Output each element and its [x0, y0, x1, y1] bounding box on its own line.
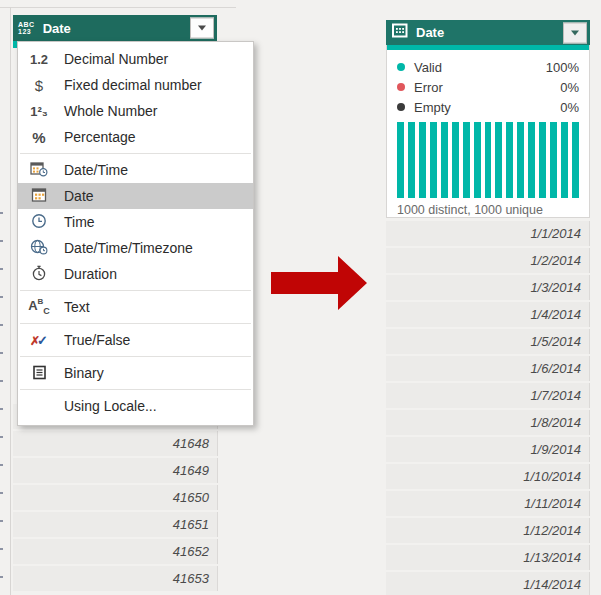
distribution-bar[interactable] — [397, 122, 404, 198]
menu-item-whole-number[interactable]: 1²₃ Whole Number — [18, 98, 253, 124]
menu-item-time[interactable]: Time — [18, 209, 253, 235]
right-column-header[interactable]: Date — [386, 20, 590, 45]
quality-valid-row: Valid 100% — [397, 57, 579, 77]
distribution-bar[interactable] — [539, 122, 546, 198]
quality-error-row: Error 0% — [397, 77, 579, 97]
menu-item-binary[interactable]: Binary — [18, 360, 253, 386]
table-row[interactable]: 1/11/2014 — [386, 491, 590, 516]
empty-value: 0% — [560, 100, 579, 115]
table-row[interactable]: 41650 — [13, 485, 218, 510]
column-title: Date — [416, 25, 444, 40]
menu-item-datetime[interactable]: Date/Time — [18, 157, 253, 183]
valid-label: Valid — [414, 60, 442, 75]
distribution-bar[interactable] — [441, 122, 448, 198]
grid-left-border — [10, 7, 11, 595]
menu-separator — [20, 389, 251, 390]
distribution-bar[interactable] — [561, 122, 568, 198]
menu-item-datetimezone[interactable]: Date/Time/Timezone — [18, 235, 253, 261]
column-quality-panel: Valid 100% Error 0% Empty 0% 1000 distin… — [386, 45, 590, 218]
table-row[interactable]: 1/14/2014 — [386, 572, 590, 595]
column-filter-button[interactable] — [563, 22, 587, 43]
time-icon — [26, 213, 52, 231]
distribution-bar[interactable] — [550, 122, 557, 198]
valid-value: 100% — [546, 60, 579, 75]
error-dot-icon — [397, 83, 405, 91]
table-row[interactable]: 1/13/2014 — [386, 545, 590, 570]
distinct-unique-text: 1000 distinct, 1000 unique — [397, 203, 579, 217]
menu-item-duration[interactable]: Duration — [18, 261, 253, 287]
table-row[interactable]: 1/4/2014 — [386, 302, 590, 327]
duration-icon — [26, 265, 52, 283]
distribution-bar[interactable] — [430, 122, 437, 198]
table-row[interactable]: 41652 — [13, 539, 218, 564]
abc-123-icon: ABC 123 — [18, 21, 35, 35]
table-row[interactable]: 41649 — [13, 458, 218, 483]
table-row[interactable]: 1/3/2014 — [386, 275, 590, 300]
table-row[interactable]: 41653 — [13, 566, 218, 591]
table-row[interactable]: 1/9/2014 — [386, 437, 590, 462]
error-value: 0% — [560, 80, 579, 95]
distribution-bar[interactable] — [506, 122, 513, 198]
distribution-bar[interactable] — [485, 122, 492, 198]
distribution-bar[interactable] — [495, 122, 502, 198]
decimal-number-icon: 1.2 — [26, 53, 52, 66]
distribution-bar[interactable] — [452, 122, 459, 198]
value-distribution-bars — [397, 122, 579, 198]
dropdown-arrow-icon — [571, 30, 579, 35]
quality-empty-row: Empty 0% — [397, 97, 579, 117]
menu-item-percentage[interactable]: % Percentage — [18, 124, 253, 150]
timezone-icon — [26, 239, 52, 257]
valid-dot-icon — [397, 63, 405, 71]
grid-top-border — [0, 7, 236, 8]
left-column-header[interactable]: ABC 123 Date — [13, 15, 217, 41]
menu-separator — [20, 153, 251, 154]
empty-label: Empty — [414, 100, 451, 115]
datetime-icon — [26, 161, 52, 179]
distribution-bar[interactable] — [463, 122, 470, 198]
table-row[interactable]: 1/1/2014 — [386, 221, 590, 246]
table-row[interactable]: 41651 — [13, 512, 218, 537]
menu-separator — [20, 323, 251, 324]
whole-number-icon: 1²₃ — [26, 105, 52, 118]
date-icon — [26, 187, 52, 205]
error-label: Error — [414, 80, 443, 95]
transform-arrow — [271, 255, 368, 315]
distribution-bar[interactable] — [419, 122, 426, 198]
true-false-icon: ✗✓ — [26, 333, 52, 347]
table-row[interactable]: 1/6/2014 — [386, 356, 590, 381]
distribution-bar[interactable] — [408, 122, 415, 198]
table-row[interactable]: 1/10/2014 — [386, 464, 590, 489]
column-title: Date — [43, 21, 71, 36]
power-query-editor: ABC 123 Date 416474164841649416504165141… — [0, 0, 601, 595]
table-row[interactable]: 41648 — [13, 431, 218, 456]
menu-separator — [20, 356, 251, 357]
right-column-rows: 1/1/20141/2/20141/3/20141/4/20141/5/2014… — [386, 221, 590, 595]
menu-item-text[interactable]: ABC Text — [18, 294, 253, 320]
distribution-bar[interactable] — [474, 122, 481, 198]
menu-item-truefalse[interactable]: ✗✓ True/False — [18, 327, 253, 353]
empty-dot-icon — [397, 103, 405, 111]
table-row[interactable]: 1/2/2014 — [386, 248, 590, 273]
menu-item-fixed-decimal[interactable]: $ Fixed decimal number — [18, 72, 253, 98]
menu-item-decimal-number[interactable]: 1.2 Decimal Number — [18, 46, 253, 72]
dropdown-arrow-icon — [198, 26, 206, 31]
menu-item-date[interactable]: Date — [18, 183, 253, 209]
left-column-rows: 41647416484164941650416514165241653 — [13, 404, 218, 593]
table-row[interactable]: 1/12/2014 — [386, 518, 590, 543]
distribution-bar[interactable] — [572, 122, 579, 198]
menu-item-using-locale[interactable]: Using Locale... — [18, 393, 253, 419]
column-filter-button[interactable] — [190, 18, 214, 39]
distribution-bar[interactable] — [517, 122, 524, 198]
table-row[interactable]: 1/8/2014 — [386, 410, 590, 435]
currency-icon: $ — [26, 78, 52, 93]
table-row[interactable]: 1/7/2014 — [386, 383, 590, 408]
binary-icon — [26, 365, 52, 382]
data-type-menu: 1.2 Decimal Number $ Fixed decimal numbe… — [17, 41, 254, 426]
text-icon: ABC — [26, 298, 52, 316]
menu-separator — [20, 290, 251, 291]
distribution-bar[interactable] — [528, 122, 535, 198]
percentage-icon: % — [26, 130, 52, 145]
table-row[interactable]: 1/5/2014 — [386, 329, 590, 354]
calendar-icon — [392, 23, 408, 42]
row-gridline-ticks — [0, 186, 3, 595]
